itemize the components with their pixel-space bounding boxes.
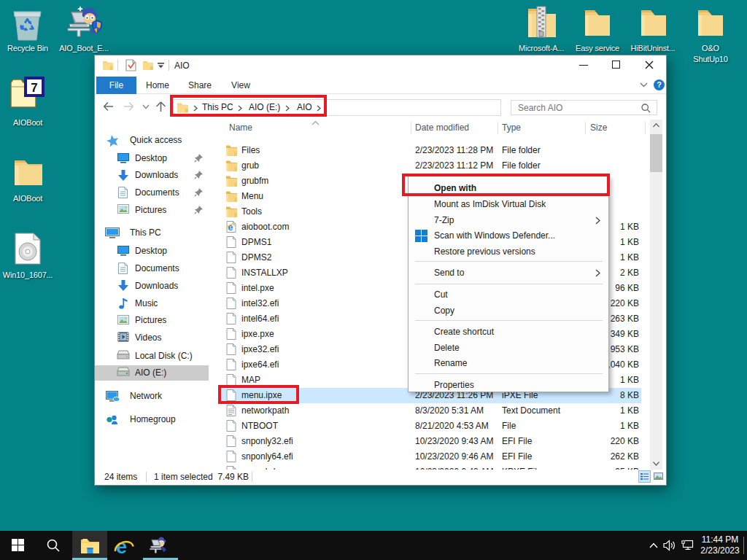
svg-text:e: e: [228, 222, 233, 233]
svg-text:7: 7: [31, 81, 37, 95]
